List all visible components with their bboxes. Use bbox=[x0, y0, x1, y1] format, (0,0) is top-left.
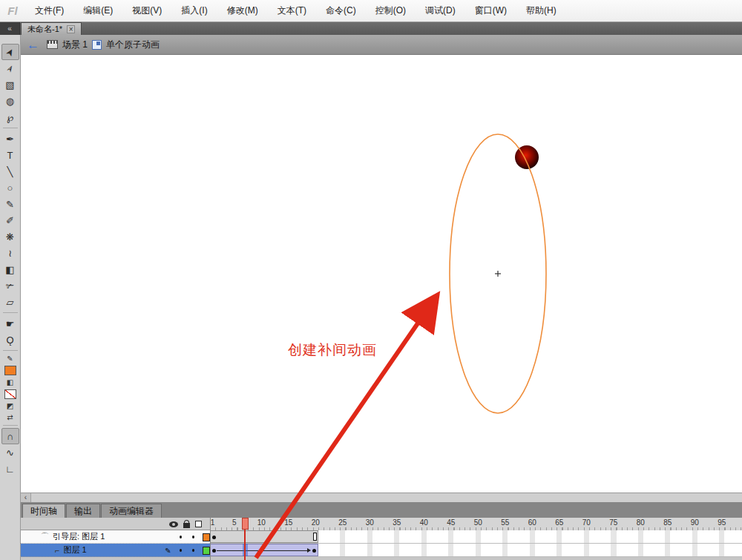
layer-name-label: 引导层: 图层 1 bbox=[53, 531, 105, 542]
close-icon[interactable]: × bbox=[67, 25, 75, 33]
stroke-color-pencil-icon[interactable]: ✎ bbox=[2, 353, 19, 364]
back-arrow-icon[interactable]: ← bbox=[27, 39, 39, 51]
subselection-tool[interactable]: ➢ bbox=[1, 60, 19, 76]
toolbar-divider bbox=[3, 312, 18, 313]
frame-ruler[interactable]: 1510152025303540455055606570758085909510… bbox=[210, 518, 742, 530]
text-tool[interactable]: T bbox=[1, 147, 19, 163]
breadcrumb-scene[interactable]: 场景 1 bbox=[62, 39, 88, 51]
tools-panel: ➤➢▧◍℘✒T╲○✎✐❋≀◧✃▱☛Ǫ✎◧◩⇄∩∿∟ bbox=[0, 35, 21, 560]
fill-color-bucket-icon[interactable]: ◧ bbox=[2, 377, 19, 388]
fill-color-swatch[interactable] bbox=[4, 389, 16, 399]
paint-bucket-tool[interactable]: ◧ bbox=[1, 261, 19, 277]
frame-number: 35 bbox=[393, 518, 401, 527]
menu-item[interactable]: 窗口(W) bbox=[465, 0, 516, 22]
stroke-color-swatch[interactable] bbox=[4, 366, 16, 375]
eraser-tool[interactable]: ▱ bbox=[1, 294, 19, 310]
document-tab-bar: « 未命名-1* × bbox=[0, 22, 742, 35]
black-white-colors-icon[interactable]: ◩ bbox=[2, 401, 19, 412]
smooth-option[interactable]: ∿ bbox=[1, 444, 19, 461]
document-tab[interactable]: 未命名-1* × bbox=[21, 22, 82, 35]
frame-number: 70 bbox=[582, 518, 591, 527]
layer-row[interactable]: ⌐图层 1✎ bbox=[21, 544, 742, 557]
frame-number: 25 bbox=[338, 518, 347, 527]
menu-item[interactable]: 文件(F) bbox=[25, 0, 73, 22]
active-edit-pencil-icon: ✎ bbox=[162, 547, 174, 555]
frame-number: 55 bbox=[501, 518, 509, 527]
snap-to-objects-toggle[interactable]: ∩ bbox=[1, 428, 19, 444]
menu-item[interactable]: 帮助(H) bbox=[516, 0, 566, 22]
tween-span[interactable] bbox=[210, 544, 318, 556]
frame-number: 30 bbox=[366, 518, 374, 527]
layer-frames[interactable] bbox=[210, 530, 742, 544]
atom-ball bbox=[515, 145, 539, 169]
frame-span[interactable] bbox=[210, 530, 318, 543]
frame-number: 20 bbox=[312, 518, 320, 527]
layer-lock-dot[interactable] bbox=[192, 549, 194, 552]
layer-name-label: 图层 1 bbox=[63, 544, 86, 556]
zoom-tool[interactable]: Ǫ bbox=[1, 332, 19, 348]
free-transform-tool[interactable]: ▧ bbox=[1, 76, 19, 93]
collapse-panel-icon[interactable]: « bbox=[0, 22, 20, 35]
oval-tool[interactable]: ○ bbox=[1, 179, 19, 196]
layer-outline-color-swatch[interactable] bbox=[203, 533, 210, 541]
layer-row[interactable]: ⌒引导层: 图层 1 bbox=[21, 530, 742, 544]
playhead-line[interactable] bbox=[244, 530, 246, 560]
layer-name-cell[interactable]: ⌒引导层: 图层 1 bbox=[21, 530, 210, 544]
deco-tool[interactable]: ❋ bbox=[1, 228, 19, 245]
layer-outline-color-swatch[interactable] bbox=[203, 547, 210, 555]
frame-number: 10 bbox=[257, 518, 266, 527]
layer-name-cell[interactable]: ⌐图层 1✎ bbox=[21, 544, 210, 557]
menu-item[interactable]: 控制(O) bbox=[366, 0, 416, 22]
menu-item[interactable]: 视图(V) bbox=[122, 0, 171, 22]
frame-number: 95 bbox=[718, 518, 726, 527]
menu-item[interactable]: 文本(T) bbox=[268, 0, 316, 22]
breadcrumb-symbol[interactable]: 单个原子动画 bbox=[106, 39, 160, 51]
eyedropper-tool[interactable]: ✃ bbox=[1, 277, 19, 294]
timeline-column-divider bbox=[210, 518, 211, 560]
layer-lock-dot[interactable] bbox=[192, 536, 194, 538]
toolbar-divider bbox=[3, 350, 18, 351]
frame-number: 15 bbox=[284, 518, 292, 527]
layer-visible-dot[interactable] bbox=[180, 549, 182, 552]
menu-item[interactable]: 插入(I) bbox=[171, 0, 217, 22]
swap-colors-icon[interactable]: ⇄ bbox=[2, 412, 19, 423]
lasso-tool[interactable]: ℘ bbox=[1, 109, 19, 125]
menu-item[interactable]: 调试(D) bbox=[416, 0, 465, 22]
tween-arrow-line bbox=[217, 550, 307, 551]
straighten-option[interactable]: ∟ bbox=[1, 461, 19, 477]
frame-number: 65 bbox=[555, 518, 563, 527]
selection-tool[interactable]: ➤ bbox=[1, 44, 19, 60]
layer-visible-dot[interactable] bbox=[180, 536, 182, 538]
document-title: 未命名-1* bbox=[27, 24, 62, 35]
3d-rotation-tool[interactable]: ◍ bbox=[1, 93, 19, 109]
scene-icon bbox=[47, 40, 58, 49]
pen-tool[interactable]: ✒ bbox=[1, 131, 19, 147]
layer-frames[interactable] bbox=[210, 544, 742, 557]
line-tool[interactable]: ╲ bbox=[1, 163, 19, 179]
playhead[interactable] bbox=[242, 518, 249, 530]
show-hide-layers-icon[interactable] bbox=[169, 521, 178, 527]
panel-tab-2[interactable]: 动画编辑器 bbox=[101, 504, 162, 518]
toolbar-divider bbox=[3, 425, 18, 426]
frame-number: 45 bbox=[447, 518, 455, 527]
brush-tool[interactable]: ✐ bbox=[1, 212, 19, 228]
menu-item[interactable]: 编辑(E) bbox=[73, 0, 122, 22]
pencil-tool[interactable]: ✎ bbox=[1, 196, 19, 212]
menu-item[interactable]: 命令(C) bbox=[316, 0, 366, 22]
panel-tab-1[interactable]: 输出 bbox=[66, 504, 100, 518]
bone-tool[interactable]: ≀ bbox=[1, 245, 19, 261]
frame-number: 40 bbox=[420, 518, 428, 527]
stage-hscrollbar[interactable]: ‹ bbox=[21, 493, 742, 502]
lock-layers-icon[interactable] bbox=[183, 523, 190, 528]
stage-canvas[interactable] bbox=[21, 55, 742, 493]
symbol-icon bbox=[92, 40, 102, 50]
menu-item[interactable]: 修改(M) bbox=[217, 0, 268, 22]
hand-tool[interactable]: ☛ bbox=[1, 315, 19, 332]
outline-layers-icon[interactable] bbox=[195, 521, 202, 527]
panel-tab-0[interactable]: 时间轴 bbox=[22, 504, 65, 518]
menu-items: 文件(F)编辑(E)视图(V)插入(I)修改(M)文本(T)命令(C)控制(O)… bbox=[25, 0, 566, 22]
timeline-header: 1510152025303540455055606570758085909510… bbox=[21, 518, 742, 530]
menu-bar: Fl 文件(F)编辑(E)视图(V)插入(I)修改(M)文本(T)命令(C)控制… bbox=[0, 0, 742, 22]
scroll-left-icon[interactable]: ‹ bbox=[21, 493, 31, 502]
tween-arrowhead bbox=[307, 548, 311, 553]
